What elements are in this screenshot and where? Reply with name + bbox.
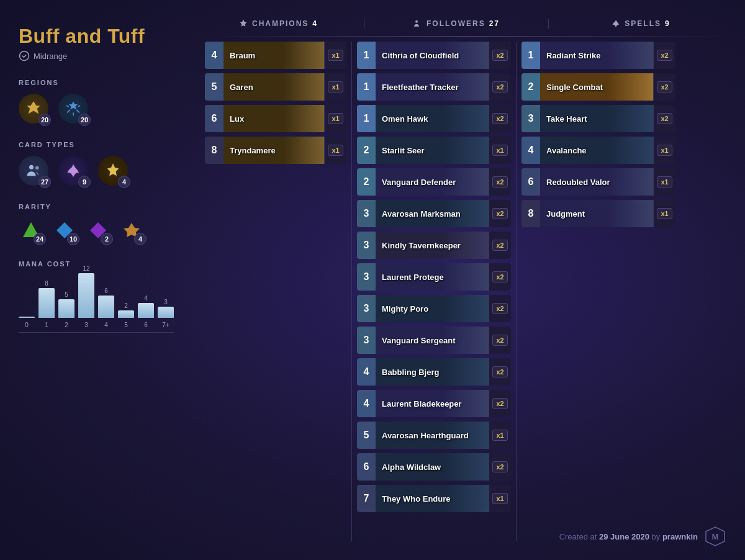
card-row-vanguard-defender[interactable]: 2Vanguard Defenderx2 bbox=[357, 168, 511, 196]
bar-label: 1 bbox=[45, 322, 48, 328]
count-badge: x2 bbox=[492, 240, 507, 251]
count-badge: x2 bbox=[492, 366, 507, 377]
bar-value: 6 bbox=[104, 287, 108, 294]
card-row-vanguard-sergeant[interactable]: 3Vanguard Sergeantx2 bbox=[357, 327, 511, 354]
card-name: Single Combat bbox=[540, 83, 603, 92]
card-row-kindly-tavernkeeper[interactable]: 3Kindly Tavernkeeperx2 bbox=[357, 232, 511, 259]
card-name: Take Heart bbox=[540, 114, 587, 124]
card-name-area: Redoubled Valor bbox=[540, 168, 653, 196]
card-name: Babbling Bjerg bbox=[376, 368, 439, 377]
card-row-mighty-poro[interactable]: 3Mighty Porox2 bbox=[357, 295, 511, 322]
spells-label: SPELLS bbox=[625, 19, 661, 28]
regions-row: 20 20 bbox=[19, 94, 174, 124]
card-count: x2 bbox=[489, 390, 511, 417]
card-row-take-heart[interactable]: 3Take Heartx2 bbox=[522, 105, 675, 132]
card-cost: 2 bbox=[357, 137, 376, 164]
card-name-area: Fleetfeather Tracker bbox=[376, 73, 489, 101]
bar-group-6: 46 bbox=[138, 295, 154, 328]
card-cost: 5 bbox=[357, 422, 376, 449]
card-name: Vanguard Defender bbox=[376, 178, 456, 187]
card-name: Kindly Tavernkeeper bbox=[376, 241, 461, 250]
card-row-lux[interactable]: 6Luxx1 bbox=[205, 105, 346, 132]
card-count: x2 bbox=[489, 295, 511, 322]
bar-label: 3 bbox=[84, 322, 88, 328]
card-name-area: Judgment bbox=[540, 200, 653, 227]
card-row-avalanche[interactable]: 4Avalanchex1 bbox=[522, 137, 675, 164]
followers-count: 27 bbox=[489, 19, 500, 28]
card-name: Avalanche bbox=[540, 146, 587, 155]
card-name-area: Braum bbox=[224, 42, 324, 69]
card-row-laurent-protege[interactable]: 3Laurent Protegex2 bbox=[357, 263, 511, 291]
count-badge: x2 bbox=[657, 81, 672, 93]
card-name-area: Mighty Poro bbox=[376, 295, 489, 322]
midrange-icon bbox=[19, 50, 30, 61]
card-name-area: Take Heart bbox=[540, 105, 653, 132]
followers-col-header: FOLLOWERS 27 bbox=[379, 19, 533, 29]
card-row-avarosan-marksman[interactable]: 3Avarosan Marksmanx2 bbox=[357, 200, 511, 227]
bar bbox=[118, 310, 134, 318]
card-name-area: Laurent Bladekeeper bbox=[376, 390, 489, 417]
card-count: x1 bbox=[489, 422, 511, 449]
spells-col-header: SPELLS 9 bbox=[564, 19, 718, 29]
card-name: Garen bbox=[224, 83, 253, 92]
spells-column: 1Radiant Strikex22Single Combatx23Take H… bbox=[522, 42, 675, 541]
card-row-they-who-endure[interactable]: 7They Who Endurex1 bbox=[357, 485, 511, 512]
card-name-area: Vanguard Defender bbox=[376, 168, 489, 196]
columns-header: CHAMPIONS 4 FOLLOWERS 27 SPELLS 9 bbox=[205, 19, 733, 29]
svg-point-7 bbox=[415, 20, 418, 23]
card-row-alpha-wildclaw[interactable]: 6Alpha Wildclawx2 bbox=[357, 453, 511, 481]
region-count-freljord: 20 bbox=[78, 114, 91, 126]
card-row-babbling-bjerg[interactable]: 4Babbling Bjergx2 bbox=[357, 358, 511, 386]
card-count: x2 bbox=[489, 73, 511, 101]
card-row-omen-hawk[interactable]: 1Omen Hawkx2 bbox=[357, 105, 511, 132]
card-name: They Who Endure bbox=[376, 494, 451, 504]
card-name: Lux bbox=[224, 114, 244, 124]
card-cost: 1 bbox=[357, 42, 376, 69]
card-row-single-combat[interactable]: 2Single Combatx2 bbox=[522, 73, 675, 101]
rarity-count-common: 24 bbox=[34, 233, 46, 245]
card-row-cithria-of-cloudfield[interactable]: 1Cithria of Cloudfieldx2 bbox=[357, 42, 511, 69]
bar-label: 5 bbox=[124, 322, 128, 328]
card-name-area: They Who Endure bbox=[376, 485, 489, 512]
card-row-avarosan-hearthguard[interactable]: 5Avarosan Hearthguardx1 bbox=[357, 422, 511, 449]
card-name-area: Single Combat bbox=[540, 73, 653, 101]
card-name-area: Tryndamere bbox=[224, 137, 324, 164]
count-badge: x1 bbox=[328, 50, 343, 61]
card-cost: 3 bbox=[357, 263, 376, 291]
bar-group-0: 0 bbox=[19, 315, 35, 328]
deck-title: Buff and Tuff bbox=[19, 25, 174, 48]
region-count-demacia: 20 bbox=[38, 114, 51, 126]
card-name-area: Avarosan Hearthguard bbox=[376, 422, 489, 449]
card-cost: 6 bbox=[205, 105, 224, 132]
bar-group-5: 25 bbox=[118, 302, 134, 328]
region-badge-freljord: 20 bbox=[58, 94, 88, 124]
card-row-judgment[interactable]: 8Judgmentx1 bbox=[522, 200, 675, 227]
card-row-redoubled-valor[interactable]: 6Redoubled Valorx1 bbox=[522, 168, 675, 196]
card-row-tryndamere[interactable]: 8Tryndamerex1 bbox=[205, 137, 346, 164]
bar-value: 2 bbox=[124, 302, 128, 309]
count-badge: x1 bbox=[492, 430, 507, 441]
followers-label: FOLLOWERS bbox=[427, 19, 485, 28]
card-row-radiant-strike[interactable]: 1Radiant Strikex2 bbox=[522, 42, 675, 69]
card-name-area: Alpha Wildclaw bbox=[376, 453, 489, 481]
bar bbox=[38, 288, 55, 318]
card-cost: 4 bbox=[357, 390, 376, 417]
count-badge: x1 bbox=[328, 81, 343, 93]
card-count: x2 bbox=[653, 42, 675, 69]
card-name-area: Radiant Strike bbox=[540, 42, 653, 69]
count-badge: x2 bbox=[657, 113, 672, 124]
bar-label: 6 bbox=[144, 322, 148, 328]
card-row-braum[interactable]: 4Braumx1 bbox=[205, 42, 346, 69]
card-row-starlit-seer[interactable]: 2Starlit Seerx1 bbox=[357, 137, 511, 164]
card-name: Laurent Bladekeeper bbox=[376, 399, 462, 409]
bar-value: 3 bbox=[164, 299, 168, 305]
card-count: x2 bbox=[489, 105, 511, 132]
svg-point-2 bbox=[35, 166, 39, 169]
card-name-area: Laurent Protege bbox=[376, 263, 489, 291]
rarity-count-rare: 10 bbox=[67, 233, 79, 245]
card-row-fleetfeather-tracker[interactable]: 1Fleetfeather Trackerx2 bbox=[357, 73, 511, 101]
card-row-garen[interactable]: 5Garenx1 bbox=[205, 73, 346, 101]
card-row-laurent-bladekeeper[interactable]: 4Laurent Bladekeeperx2 bbox=[357, 390, 511, 417]
card-count: x2 bbox=[653, 73, 675, 101]
bar bbox=[158, 307, 174, 318]
